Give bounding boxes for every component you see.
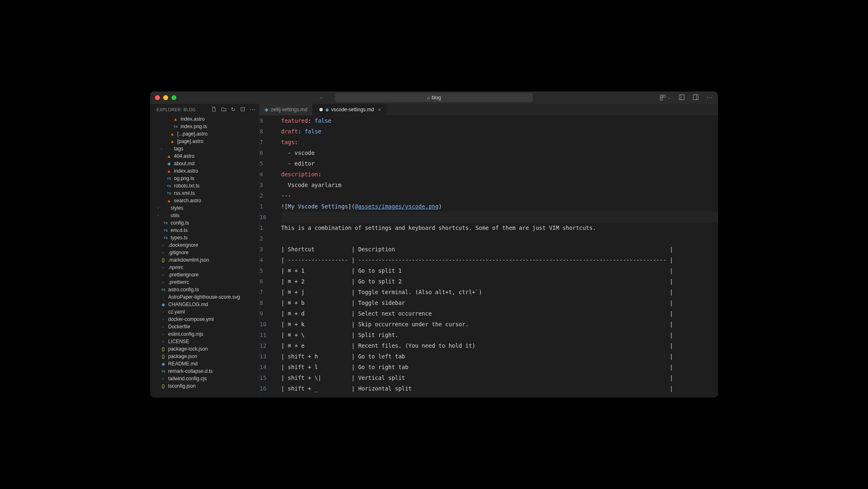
file-label: LICENSE <box>168 339 189 344</box>
file-item[interactable]: ▲index.astro <box>150 167 259 175</box>
code-line: ![My Vscode Settings](@assets/images/vsc… <box>281 201 718 212</box>
file-item[interactable]: ◆about.md <box>150 160 259 167</box>
file-label: .gitignore <box>168 250 188 255</box>
file-item[interactable]: ◦LICENSE <box>150 338 259 345</box>
layout-panel-icon[interactable] <box>692 94 699 102</box>
file-label: remark-collapse.d.ts <box>168 368 213 374</box>
file-item[interactable]: TSenv.d.ts <box>150 227 259 234</box>
file-item[interactable]: TSog.png.ts <box>150 175 259 182</box>
file-label: search.astro <box>174 198 201 204</box>
file-tree[interactable]: ▲index.astroTSindex.png.ts▲[...page].ast… <box>150 115 259 398</box>
file-item[interactable]: ◦docker-compose.yml <box>150 316 259 323</box>
file-label: .prettierignore <box>168 272 199 278</box>
file-item[interactable]: TSastro.config.ts <box>150 286 259 293</box>
code-line: Vscode ayarlarım <box>281 180 718 190</box>
explorer-sidebar: EXPLORER: BLOG ↻ ⋯ ▲index.astroTSindex.p… <box>150 104 260 398</box>
file-item[interactable]: TSrss.xml.ts <box>150 190 259 197</box>
file-item[interactable]: ◦.prettierrc <box>150 278 259 286</box>
more-actions-icon[interactable]: ⋯ <box>250 106 256 113</box>
code-line: - editor <box>281 158 718 169</box>
file-item[interactable]: ◦.npmrc <box>150 264 259 271</box>
file-item[interactable]: ◦Dockerfile <box>150 323 259 330</box>
file-item[interactable]: TStypes.ts <box>150 234 259 241</box>
code-content[interactable]: featured: falsedraft: falsetags: - vscod… <box>281 115 718 398</box>
svg-rect-5 <box>693 95 698 100</box>
markdown-icon: ◆ <box>325 107 329 112</box>
new-folder-icon[interactable] <box>221 106 227 113</box>
search-icon: ⌕ <box>427 95 430 101</box>
file-item[interactable]: {}package-lock.json <box>150 345 259 353</box>
file-label: docker-compose.yml <box>168 316 214 322</box>
tab[interactable]: ◆vscode-settings.md× <box>313 104 387 115</box>
file-item[interactable]: TSindex.png.ts <box>150 123 259 130</box>
file-item[interactable]: TSconfig.ts <box>150 219 259 227</box>
line-gutter: 9876543211612345678910111213141516 <box>260 115 281 398</box>
file-item[interactable]: ◦AstroPaper-lighthouse-score.svg <box>150 293 259 301</box>
file-item[interactable]: TSrobots.txt.ts <box>150 182 259 190</box>
file-item[interactable]: {}package.json <box>150 353 259 360</box>
explorer-title: EXPLORER: BLOG <box>157 108 196 112</box>
code-line: | shift + l | Go to right tab | <box>281 362 718 372</box>
tab-label: zellij-settings.md <box>271 107 307 112</box>
svg-rect-2 <box>660 98 662 100</box>
code-line: | ⌘ + 2 | Go to split 2 | <box>281 276 718 287</box>
minimize-button[interactable] <box>163 95 168 100</box>
file-item[interactable]: ◦cz.yaml <box>150 308 259 316</box>
file-item[interactable]: TSremark-collapse.d.ts <box>150 367 259 375</box>
close-icon[interactable]: × <box>378 107 381 113</box>
file-label: package.json <box>168 353 197 359</box>
file-label: .npmrc <box>168 264 183 270</box>
more-icon[interactable]: ⋯ <box>706 94 712 101</box>
file-item[interactable]: {}.markdownlint.json <box>150 256 259 264</box>
refresh-icon[interactable]: ↻ <box>231 106 236 113</box>
file-label: package-lock.json <box>168 346 208 352</box>
close-button[interactable] <box>155 95 160 100</box>
file-label: 404.astro <box>174 153 195 159</box>
titlebar: ← → ⌕ blog ⌄ ⋯ <box>150 91 718 104</box>
file-label: cz.yaml <box>168 309 185 315</box>
code-line: | ⌘ + b | Toggle sidebar | <box>281 297 718 308</box>
file-label: rss.xml.ts <box>174 190 195 196</box>
file-item[interactable]: ◦tailwind.config.cjs <box>150 375 259 382</box>
file-label: styles <box>171 205 183 211</box>
code-line <box>281 233 718 244</box>
collapse-icon[interactable] <box>240 106 246 113</box>
file-item[interactable]: ◦eslint.config.mjs <box>150 330 259 338</box>
file-item[interactable]: ◆CHANGELOG.md <box>150 301 259 308</box>
file-item[interactable]: ▲404.astro <box>150 152 259 160</box>
new-file-icon[interactable] <box>211 106 217 113</box>
file-label: og.png.ts <box>174 175 194 181</box>
code-line: | ⌘ + k | Skip occurrence under the curs… <box>281 319 718 330</box>
code-line: | ⌘ + \ | Split right. | <box>281 330 718 340</box>
tab-bar: ◆zellij-settings.md◆vscode-settings.md× <box>260 104 718 115</box>
file-label: .markdownlint.json <box>168 257 209 263</box>
maximize-button[interactable] <box>171 95 176 100</box>
command-center[interactable]: ⌕ blog <box>335 93 533 102</box>
explorer-header: EXPLORER: BLOG ↻ ⋯ <box>150 104 259 115</box>
file-label: README.md <box>168 361 197 367</box>
file-item[interactable]: ›styles <box>150 204 259 212</box>
file-item[interactable]: ›tags <box>150 145 259 152</box>
file-item[interactable]: ◦.gitignore <box>150 249 259 256</box>
extensions-icon[interactable]: ⌄ <box>659 94 671 101</box>
search-text: blog <box>432 95 441 101</box>
file-item[interactable]: ◦.dockerignore <box>150 241 259 249</box>
file-item[interactable]: ◦.prettierignore <box>150 271 259 278</box>
file-label: astro.config.ts <box>168 287 199 292</box>
file-item[interactable]: ›utils <box>150 212 259 219</box>
file-item[interactable]: ◆README.md <box>150 360 259 367</box>
file-label: eslint.config.mjs <box>168 331 203 337</box>
file-item[interactable]: {}tsconfig.json <box>150 382 259 390</box>
editor-window: ← → ⌕ blog ⌄ ⋯ EXPLORER: BLOG <box>150 91 718 398</box>
file-item[interactable]: ▲search.astro <box>150 197 259 204</box>
file-item[interactable]: ▲[page].astro <box>150 138 259 145</box>
file-label: AstroPaper-lighthouse-score.svg <box>168 294 240 300</box>
code-line: | shift + \| | Vertical split | <box>281 372 718 383</box>
file-item[interactable]: ▲[...page].astro <box>150 130 259 138</box>
code-editor[interactable]: 9876543211612345678910111213141516 featu… <box>260 115 718 398</box>
file-item[interactable]: ▲index.astro <box>150 115 259 123</box>
layout-sidebar-icon[interactable] <box>678 94 685 102</box>
back-icon[interactable]: ← <box>319 94 325 101</box>
tab[interactable]: ◆zellij-settings.md <box>260 104 313 115</box>
file-label: about.md <box>174 161 195 166</box>
